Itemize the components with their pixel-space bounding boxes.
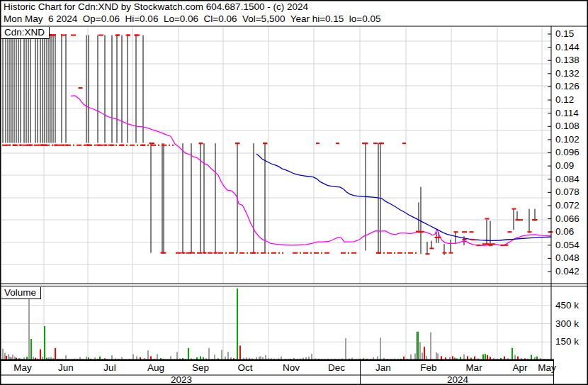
price-tick-label: 0.132 bbox=[555, 68, 579, 79]
volume-bar bbox=[55, 348, 56, 359]
volume-bar bbox=[474, 357, 475, 359]
volume-bar bbox=[8, 354, 9, 359]
close-tick bbox=[19, 145, 23, 146]
volume-bar bbox=[436, 352, 437, 359]
volume-bar bbox=[237, 289, 238, 359]
volume-bar bbox=[170, 356, 171, 359]
volume-bar bbox=[30, 339, 32, 359]
volume-bar bbox=[517, 357, 519, 359]
close-tick bbox=[419, 231, 424, 233]
close-tick bbox=[181, 252, 186, 254]
volume-bar bbox=[99, 357, 101, 359]
volume-bar bbox=[12, 355, 13, 359]
close-tick bbox=[29, 145, 33, 146]
close-tick bbox=[149, 143, 154, 144]
ma_long-line bbox=[256, 154, 551, 240]
volume-bar bbox=[490, 357, 491, 359]
volume-bar bbox=[482, 355, 484, 359]
month-label: Oct bbox=[237, 362, 252, 373]
close-tick bbox=[491, 243, 495, 245]
close-tick bbox=[43, 145, 47, 146]
price-tick-label: 0.042 bbox=[555, 266, 579, 277]
volume-bar bbox=[380, 337, 381, 359]
price-tick-label: 0.138 bbox=[555, 55, 579, 65]
volume-bar bbox=[136, 356, 137, 359]
price-tick-label: 0.126 bbox=[555, 81, 579, 91]
stockwatch-historic-chart-window: Historic Chart for Cdn:XND by Stockwatch… bbox=[0, 0, 588, 385]
month-label: Feb bbox=[420, 362, 436, 373]
close-tick bbox=[512, 208, 516, 210]
volume-bar bbox=[86, 357, 87, 359]
close-tick bbox=[120, 145, 125, 146]
volume-bar bbox=[419, 342, 421, 359]
chart-title: Historic Chart for Cdn:XND by Stockwatch… bbox=[0, 1, 588, 13]
volume-bar bbox=[437, 353, 439, 359]
close-tick bbox=[199, 143, 203, 144]
close-tick bbox=[52, 35, 56, 36]
price-tick-label: 0.144 bbox=[555, 42, 579, 52]
volume-bar bbox=[2, 349, 4, 359]
close-tick bbox=[471, 239, 475, 240]
close-tick bbox=[60, 145, 64, 146]
chart-canvas bbox=[0, 0, 588, 385]
volume-bar bbox=[430, 333, 431, 359]
close-tick bbox=[449, 252, 453, 254]
close-tick bbox=[6, 145, 11, 146]
volume-bar bbox=[410, 355, 412, 359]
month-label: Apr bbox=[512, 362, 527, 373]
volume-bar bbox=[9, 357, 11, 359]
close-tick bbox=[64, 145, 69, 146]
volume-panel-label: Volume bbox=[1, 287, 41, 299]
close-tick bbox=[135, 35, 139, 36]
volume-baseline bbox=[0, 359, 554, 362]
month-label: Mar bbox=[465, 362, 482, 373]
year-label: 2024 bbox=[447, 374, 468, 385]
price-tick-label: 0.072 bbox=[555, 200, 579, 211]
volume-bar bbox=[28, 295, 30, 359]
chart-header: Historic Chart for Cdn:XND by Stockwatch… bbox=[0, 1, 588, 25]
close-tick bbox=[126, 35, 130, 36]
close-tick bbox=[214, 252, 218, 254]
close-tick bbox=[528, 231, 532, 233]
close-tick bbox=[477, 245, 481, 246]
close-tick bbox=[430, 247, 434, 249]
volume-bar bbox=[33, 357, 34, 359]
volume-bar bbox=[463, 355, 465, 359]
volume-bar bbox=[44, 326, 45, 359]
month-label: May bbox=[538, 362, 556, 373]
price-tick-label: 0.09 bbox=[555, 160, 574, 171]
close-tick bbox=[437, 237, 441, 238]
close-tick bbox=[443, 252, 447, 254]
volume-bar bbox=[6, 356, 7, 359]
close-tick bbox=[111, 145, 115, 146]
volume-bar bbox=[345, 338, 346, 359]
volume-bar bbox=[208, 348, 210, 359]
month-label: Jun bbox=[58, 362, 74, 373]
close-tick bbox=[504, 245, 509, 246]
close-tick bbox=[463, 239, 467, 240]
year-label: 2023 bbox=[171, 374, 192, 385]
volume-bar bbox=[176, 352, 178, 359]
month-label: May bbox=[13, 362, 32, 373]
month-label: Dec bbox=[328, 362, 345, 373]
month-label: Nov bbox=[283, 362, 300, 373]
price-tick-label: 0.108 bbox=[555, 121, 579, 131]
volume-bar bbox=[239, 345, 241, 359]
volume-bar bbox=[403, 357, 405, 359]
volume-bar bbox=[259, 357, 260, 359]
volume-bar bbox=[200, 357, 201, 359]
volume-bar bbox=[311, 354, 312, 359]
volume-tick-label: 300 k bbox=[555, 318, 579, 329]
price-tick-label: 0.096 bbox=[555, 147, 579, 157]
close-tick bbox=[454, 231, 458, 233]
volume-bar bbox=[26, 357, 28, 359]
volume-bar bbox=[511, 348, 513, 359]
volume-bar bbox=[225, 357, 226, 359]
volume-bar bbox=[534, 357, 536, 359]
close-tick bbox=[54, 145, 58, 146]
close-tick bbox=[162, 252, 166, 254]
close-tick bbox=[142, 145, 146, 146]
volume-bar bbox=[514, 355, 516, 359]
volume-bar bbox=[50, 357, 52, 359]
volume-bar bbox=[147, 350, 149, 359]
